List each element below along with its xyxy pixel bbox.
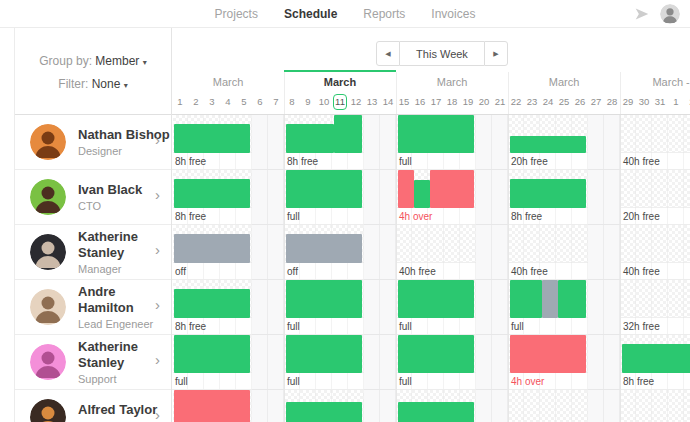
schedule-cell[interactable] [172, 390, 284, 422]
schedule-cell[interactable]: 8h free [508, 170, 620, 225]
schedule-cell[interactable]: off [172, 225, 284, 280]
schedule-bar[interactable] [398, 335, 474, 373]
member-row[interactable]: Katherine StanleyManager› [15, 225, 171, 280]
nav-item-invoices[interactable]: Invoices [431, 7, 475, 21]
schedule-bar[interactable] [174, 179, 250, 208]
capacity-label: 4h over [511, 376, 544, 387]
group-by-dropdown[interactable]: Group by: Member ▾ [15, 54, 171, 68]
schedule-bar[interactable] [398, 402, 474, 422]
schedule-cell[interactable]: 40h free [396, 225, 508, 280]
day-number: 10 [316, 93, 332, 111]
day-number: 21 [492, 93, 508, 111]
schedule-bar[interactable] [174, 390, 250, 422]
chevron-right-icon[interactable]: › [155, 242, 160, 257]
schedule-cell[interactable]: 8h free [284, 115, 396, 170]
capacity-label: 40h free [511, 266, 548, 277]
schedule-bar[interactable] [430, 170, 474, 208]
schedule-cell[interactable] [508, 390, 620, 422]
schedule-bar[interactable] [286, 234, 362, 263]
schedule-bar[interactable] [510, 335, 586, 373]
member-row[interactable]: Katherine StanleySupport› [15, 335, 171, 390]
capacity-label: 20h free [623, 211, 660, 222]
schedule-bar[interactable] [622, 344, 690, 373]
chevron-right-icon[interactable]: › [155, 407, 160, 422]
member-role: Manager [78, 263, 171, 275]
schedule-cell[interactable]: full [284, 335, 396, 390]
member-row[interactable]: Ivan BlackCTO› [15, 170, 171, 225]
prev-week-button[interactable]: ◀ [376, 41, 400, 66]
schedule-bar[interactable] [398, 280, 474, 318]
schedule-bar[interactable] [542, 280, 558, 318]
next-week-button[interactable]: ▶ [484, 41, 508, 66]
day-number: 31 [652, 93, 668, 111]
schedule-bar[interactable] [510, 136, 586, 153]
schedule-cell[interactable] [396, 390, 508, 422]
capacity-label: 8h free [175, 211, 206, 222]
schedule-cell[interactable]: 40h free [620, 225, 690, 280]
group-by-value: Member [95, 54, 139, 68]
member-row[interactable]: Nathan BishopDesigner› [15, 115, 171, 170]
schedule-cell[interactable]: 4h over [396, 170, 508, 225]
schedule-cell[interactable]: 20h free [620, 170, 690, 225]
schedule-bar[interactable] [510, 280, 542, 318]
schedule-bar[interactable] [286, 402, 362, 422]
filter-dropdown[interactable]: Filter: None ▾ [15, 77, 171, 91]
schedule-cell[interactable]: 40h free [508, 225, 620, 280]
schedule-bar[interactable] [286, 170, 362, 208]
nav-item-projects[interactable]: Projects [215, 7, 258, 21]
schedule-cell[interactable]: 20h free [508, 115, 620, 170]
this-week-button[interactable]: This Week [400, 41, 484, 66]
schedule-cell[interactable]: 40h free [620, 115, 690, 170]
capacity-label: 40h free [623, 156, 660, 167]
free-capacity-hatch [621, 390, 690, 422]
schedule-bar[interactable] [414, 180, 430, 208]
free-capacity-hatch [509, 390, 588, 422]
schedule-bar[interactable] [174, 289, 250, 318]
chevron-right-icon[interactable]: › [155, 352, 160, 367]
member-row[interactable]: Alfred TaylorFront-End Dev› [15, 390, 171, 422]
schedule-cell[interactable]: full [284, 170, 396, 225]
schedule-cell[interactable]: full [172, 335, 284, 390]
schedule-cell[interactable]: 8h free [172, 170, 284, 225]
schedule-cell[interactable]: 32h free [620, 280, 690, 335]
schedule-bar[interactable] [510, 179, 586, 208]
schedule-bar[interactable] [286, 124, 334, 153]
schedule-cell[interactable] [620, 390, 690, 422]
schedule-cell[interactable]: full [508, 280, 620, 335]
schedule-cell[interactable]: full [396, 280, 508, 335]
free-capacity-hatch [621, 280, 690, 318]
send-icon[interactable] [634, 7, 650, 21]
day-number: 25 [556, 93, 572, 111]
day-number: 5 [236, 93, 252, 111]
schedule-cell[interactable]: full [396, 335, 508, 390]
schedule-cell[interactable]: 8h free [172, 280, 284, 335]
schedule-cell[interactable]: 8h free [620, 335, 690, 390]
schedule-bar[interactable] [398, 170, 414, 208]
schedule-cell[interactable]: 8h free [172, 115, 284, 170]
schedule-bar[interactable] [334, 115, 362, 153]
schedule-bar[interactable] [558, 280, 586, 318]
schedule-bar[interactable] [174, 124, 250, 153]
member-row[interactable]: Andre HamiltonLead Engeneer› [15, 280, 171, 335]
schedule-bar[interactable] [286, 335, 362, 373]
chevron-right-icon[interactable]: › [155, 187, 160, 202]
schedule-bar[interactable] [286, 280, 362, 318]
nav-item-reports[interactable]: Reports [363, 7, 405, 21]
schedule-cell[interactable]: full [284, 280, 396, 335]
schedule-cell[interactable]: off [284, 225, 396, 280]
chevron-right-icon[interactable]: › [155, 132, 160, 147]
user-avatar[interactable] [660, 4, 680, 24]
capacity-label: 8h free [623, 376, 654, 387]
chevron-right-icon[interactable]: › [155, 297, 160, 312]
schedule-bar[interactable] [174, 335, 250, 373]
schedule-bar[interactable] [398, 115, 474, 153]
schedule-bar[interactable] [174, 234, 250, 263]
nav-item-schedule[interactable]: Schedule [284, 7, 337, 21]
schedule-cell[interactable] [284, 390, 396, 422]
calendar-header: ◀ This Week ▶ March1234567March891011121… [172, 28, 690, 115]
chevron-down-icon: ▾ [143, 58, 147, 67]
schedule-cell[interactable]: full [396, 115, 508, 170]
capacity-label: 40h free [399, 266, 436, 277]
schedule-cell[interactable]: 4h over [508, 335, 620, 390]
day-number: 9 [300, 93, 316, 111]
